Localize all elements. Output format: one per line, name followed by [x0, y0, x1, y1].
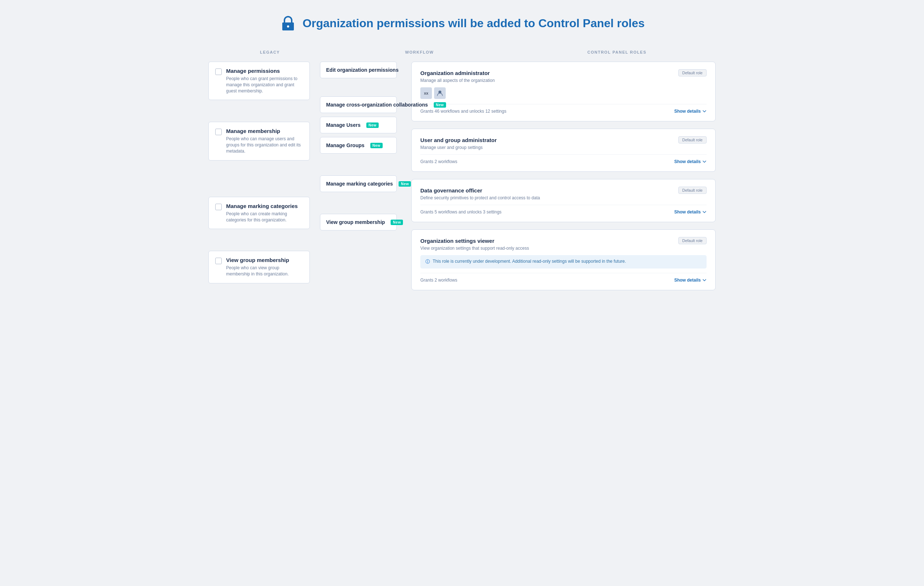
avatar-user-icon: [434, 87, 446, 99]
workflow-item-manage-groups: Manage Groups New: [320, 137, 397, 154]
workflow-label-manage-users: Manage Users: [326, 122, 361, 128]
legacy-desc-view-group: People who can view group membership in …: [226, 265, 303, 277]
legacy-desc-manage-marking: People who can create marking categories…: [226, 211, 303, 223]
workflow-column: Edit organization permissions Manage cro…: [310, 62, 400, 231]
workflow-item-view-group: View group membership New: [320, 214, 397, 231]
avatar-xx: xx: [420, 87, 432, 99]
page-header: Organization permissions will be added t…: [208, 15, 716, 32]
role-desc-org-admin: Manage all aspects of the organization: [420, 78, 706, 83]
legacy-item-manage-permissions: Manage permissions People who can grant …: [208, 62, 310, 100]
legacy-desc-manage-membership: People who can manage users and groups f…: [226, 136, 303, 154]
role-name-user-group-admin: User and group administrator: [420, 137, 497, 143]
roles-col-label: CONTROL PANEL ROLES: [518, 50, 716, 54]
default-role-badge-org-admin: Default role: [678, 69, 706, 76]
checkbox-manage-marking[interactable]: [215, 204, 222, 210]
default-role-badge-data-governance: Default role: [678, 187, 706, 194]
legacy-col-label: LEGACY: [219, 50, 321, 54]
columns-header: LEGACY WORKFLOW CONTROL PANEL ROLES: [208, 50, 716, 54]
new-badge-cross-org: New: [434, 102, 446, 107]
workflow-label-view-group: View group membership: [326, 219, 385, 225]
workflow-item-cross-org: Manage cross-organization collaborations…: [320, 96, 397, 113]
workflow-label-manage-groups: Manage Groups: [326, 142, 365, 148]
info-icon: ⓘ: [426, 259, 430, 265]
role-desc-data-governance: Define security primitives to protect an…: [420, 195, 706, 200]
legacy-item-manage-marking: Manage marking categories People who can…: [208, 197, 310, 229]
svg-point-2: [287, 25, 289, 28]
new-badge-manage-marking: New: [399, 181, 411, 187]
show-details-btn-org-settings-viewer[interactable]: Show details: [674, 277, 706, 283]
default-role-badge-user-group-admin: Default role: [678, 136, 706, 144]
grants-text-org-admin: Grants 46 workflows and unlocks 12 setti…: [420, 109, 506, 114]
show-details-btn-org-admin[interactable]: Show details: [674, 109, 706, 114]
page-container: Organization permissions will be added t…: [208, 15, 716, 290]
checkbox-manage-permissions[interactable]: [215, 68, 222, 75]
legacy-title-view-group: View group membership: [226, 257, 303, 263]
checkbox-manage-membership[interactable]: [215, 129, 222, 135]
workflow-label-edit-org: Edit organization permissions: [326, 67, 399, 73]
grants-text-org-settings-viewer: Grants 2 workflows: [420, 277, 457, 283]
role-card-org-settings-viewer: Organization settings viewer Default rol…: [411, 229, 716, 290]
page-title: Organization permissions will be added t…: [303, 17, 645, 30]
grants-text-user-group-admin: Grants 2 workflows: [420, 159, 457, 164]
legacy-column: Manage permissions People who can grant …: [208, 62, 310, 283]
role-name-org-settings-viewer: Organization settings viewer: [420, 238, 494, 244]
workflow-col-label: WORKFLOW: [321, 50, 518, 54]
legacy-title-manage-marking: Manage marking categories: [226, 203, 303, 209]
workflow-item-manage-marking: Manage marking categories New: [320, 175, 397, 192]
legacy-item-manage-membership: Manage membership People who can manage …: [208, 122, 310, 160]
grants-text-data-governance: Grants 5 workflows and unlocks 3 setting…: [420, 210, 502, 215]
new-badge-manage-users: New: [366, 122, 379, 128]
show-details-btn-user-group-admin[interactable]: Show details: [674, 159, 706, 164]
workflow-label-cross-org: Manage cross-organization collaborations: [326, 102, 428, 107]
workflow-label-manage-marking: Manage marking categories: [326, 181, 393, 187]
workflow-item-edit-org: Edit organization permissions: [320, 62, 397, 78]
legacy-title-manage-permissions: Manage permissions: [226, 68, 303, 74]
legacy-desc-manage-permissions: People who can grant permissions to mana…: [226, 76, 303, 94]
default-role-badge-org-settings-viewer: Default role: [678, 237, 706, 244]
role-card-org-admin: Organization administrator Default role …: [411, 62, 716, 121]
roles-column: Organization administrator Default role …: [400, 62, 716, 290]
info-banner-text: This role is currently under development…: [433, 259, 626, 264]
lock-icon: [279, 15, 297, 32]
checkbox-view-group[interactable]: [215, 258, 222, 264]
role-avatars-org-admin: xx: [420, 87, 706, 99]
new-badge-view-group: New: [391, 220, 403, 225]
info-banner-org-settings-viewer: ⓘ This role is currently under developme…: [420, 255, 706, 269]
role-name-data-governance: Data governance officer: [420, 187, 482, 193]
workflow-item-manage-users: Manage Users New: [320, 117, 397, 134]
role-card-user-group-admin: User and group administrator Default rol…: [411, 129, 716, 172]
role-desc-user-group-admin: Manage user and group settings: [420, 145, 706, 150]
role-card-data-governance: Data governance officer Default role Def…: [411, 179, 716, 222]
role-desc-org-settings-viewer: View organization settings that support …: [420, 246, 706, 251]
legacy-title-manage-membership: Manage membership: [226, 128, 303, 134]
new-badge-manage-groups: New: [370, 143, 383, 148]
show-details-btn-data-governance[interactable]: Show details: [674, 210, 706, 215]
role-name-org-admin: Organization administrator: [420, 70, 490, 76]
legacy-item-view-group: View group membership People who can vie…: [208, 251, 310, 283]
